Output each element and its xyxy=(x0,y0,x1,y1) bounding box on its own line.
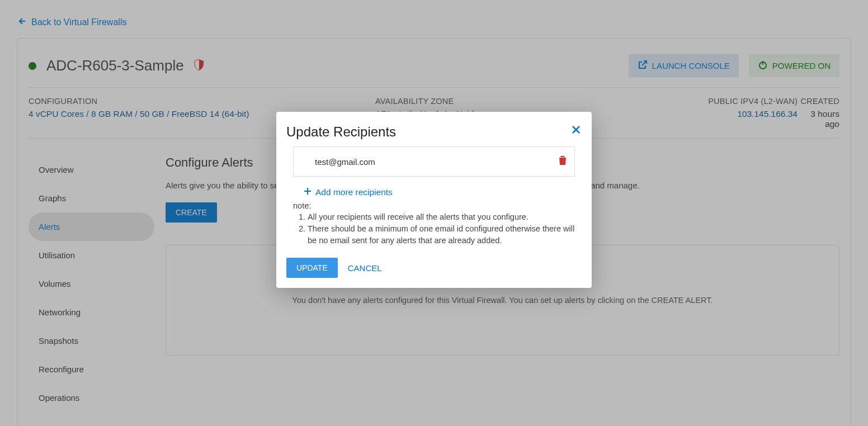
modal-overlay: Update Recipients Add more recipients no… xyxy=(0,0,868,426)
update-button[interactable]: UPDATE xyxy=(286,258,338,278)
update-recipients-modal: Update Recipients Add more recipients no… xyxy=(276,112,592,288)
note-item: All your recipients will receive all the… xyxy=(308,211,575,223)
add-recipient-button[interactable]: Add more recipients xyxy=(303,187,393,198)
plus-icon xyxy=(303,187,312,198)
recipient-row xyxy=(293,146,575,177)
note-label: note: xyxy=(293,201,575,210)
note-item: There should be a minimum of one email i… xyxy=(308,223,575,247)
recipient-input[interactable] xyxy=(301,154,559,170)
cancel-button[interactable]: CANCEL xyxy=(348,263,382,273)
close-icon[interactable] xyxy=(570,124,582,138)
trash-icon[interactable] xyxy=(559,156,567,167)
add-recipient-label: Add more recipients xyxy=(315,187,393,197)
note-block: note: All your recipients will receive a… xyxy=(286,201,582,247)
modal-title: Update Recipients xyxy=(286,124,396,140)
